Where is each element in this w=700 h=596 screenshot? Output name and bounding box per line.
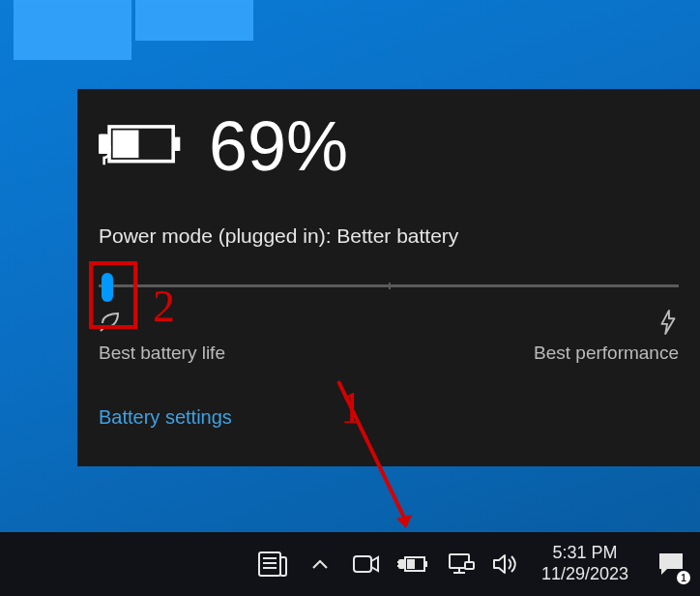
svg-rect-11 [354, 556, 371, 572]
svg-rect-3 [99, 135, 107, 153]
network-tray-button[interactable] [439, 532, 483, 596]
slider-min-label: Best battery life [99, 343, 225, 364]
volume-tray-button[interactable] [483, 532, 528, 596]
svg-rect-15 [399, 560, 404, 568]
battery-settings-link[interactable]: Battery settings [99, 406, 232, 429]
battery-percentage: 69% [209, 106, 348, 186]
show-hidden-icons-button[interactable] [296, 532, 344, 596]
notification-badge: 1 [677, 571, 690, 584]
clock-time: 5:31 PM [552, 543, 617, 564]
slider-tick [389, 283, 391, 289]
battery-status-row: 69% [99, 106, 679, 186]
chevron-up-icon [311, 558, 329, 570]
news-icon [258, 551, 287, 577]
svg-marker-23 [396, 515, 412, 528]
news-tray-button[interactable] [249, 532, 296, 596]
speaker-icon [492, 552, 519, 576]
desktop: 69% Power mode (plugged in): Better batt… [0, 0, 700, 596]
meet-now-button[interactable] [344, 532, 389, 596]
power-mode-label: Power mode (plugged in): Better battery [99, 224, 679, 248]
svg-rect-7 [280, 557, 286, 576]
svg-rect-14 [407, 559, 415, 569]
power-mode-slider[interactable] [99, 271, 679, 306]
clock-date: 11/29/2023 [541, 564, 628, 585]
battery-charging-icon [99, 118, 186, 174]
taskbar: 5:31 PM 11/29/2023 1 [0, 532, 700, 596]
window-decoration [14, 0, 255, 68]
leaf-icon [99, 310, 122, 333]
battery-charging-icon [397, 553, 430, 575]
battery-flyout: 69% Power mode (plugged in): Better batt… [77, 89, 700, 466]
slider-labels: Best battery life Best performance [99, 343, 679, 364]
slider-endpoint-icons [99, 310, 679, 337]
svg-rect-1 [173, 137, 180, 151]
svg-rect-21 [465, 562, 474, 569]
taskbar-clock[interactable]: 5:31 PM 11/29/2023 [528, 543, 642, 584]
battery-tray-button[interactable] [389, 532, 439, 596]
action-center-button[interactable]: 1 [642, 532, 700, 596]
svg-rect-2 [113, 131, 139, 159]
svg-rect-13 [424, 561, 427, 567]
slider-thumb[interactable] [102, 273, 113, 302]
slider-max-label: Best performance [534, 343, 679, 364]
bolt-icon [657, 310, 679, 335]
camera-icon [353, 553, 380, 575]
network-icon [448, 552, 475, 576]
